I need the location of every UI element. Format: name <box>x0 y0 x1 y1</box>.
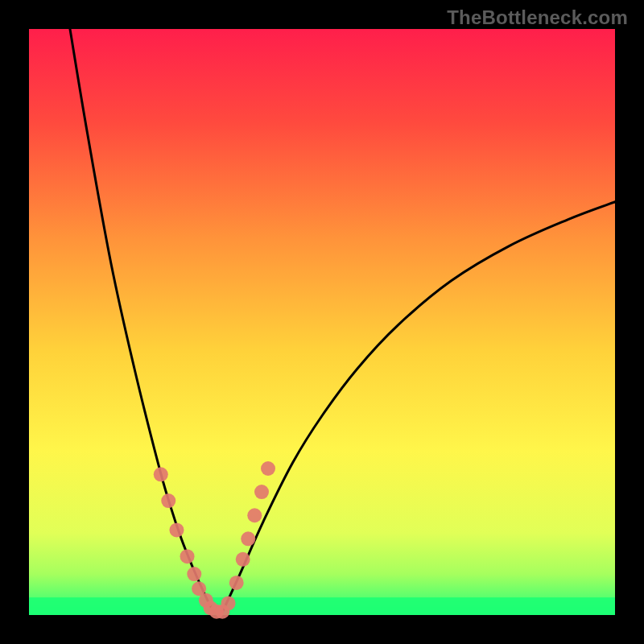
highlight-dot <box>221 596 236 610</box>
highlight-dot <box>154 467 168 481</box>
highlight-dot <box>247 508 262 522</box>
highlight-dot <box>187 567 201 581</box>
watermark-text: TheBottleneck.com <box>447 6 628 29</box>
highlight-dot <box>241 531 255 546</box>
curve-layer <box>70 29 615 612</box>
green-band <box>29 597 615 615</box>
highlight-dot <box>161 493 175 508</box>
plot-area <box>29 29 615 615</box>
series-left-branch <box>70 29 213 612</box>
highlight-dot <box>254 485 269 499</box>
highlight-dot <box>169 522 184 537</box>
chart-svg <box>29 29 615 615</box>
highlight-dot <box>261 461 275 476</box>
highlight-dot <box>236 552 250 567</box>
svg-rect-1 <box>29 597 615 615</box>
highlight-dot <box>180 549 195 564</box>
series-right-branch <box>222 202 615 613</box>
chart-frame: TheBottleneck.com <box>0 0 644 644</box>
highlight-dots <box>154 461 275 619</box>
highlight-dot <box>229 576 244 590</box>
